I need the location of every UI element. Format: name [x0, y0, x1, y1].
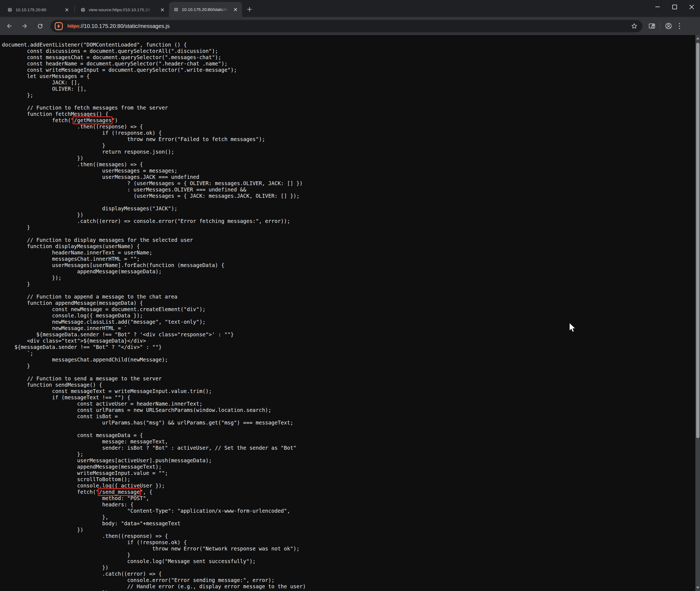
- code-line: // Function to display messages for the …: [2, 237, 692, 243]
- code-line: sender: isBot ? "Bot" : activeUser, // S…: [2, 445, 692, 451]
- code-line: const messagesChat = document.querySelec…: [2, 54, 692, 61]
- scroll-up-arrow[interactable]: [696, 37, 699, 40]
- toolbar-right-cluster: [646, 20, 685, 31]
- code-line: .then((response) => {: [2, 124, 692, 130]
- code-line: }: [2, 142, 692, 149]
- code-line: newMessage.classList.add("message", "tex…: [2, 319, 692, 325]
- code-line: }): [2, 565, 692, 571]
- globe-icon: [7, 7, 13, 13]
- code-line: }): [2, 155, 692, 161]
- tab-view-source[interactable]: view-source:https://10.10.175.20: [76, 3, 169, 17]
- code-line: };: [2, 92, 692, 98]
- code-line: [2, 199, 692, 205]
- back-button[interactable]: [3, 20, 15, 32]
- code-line: }: [2, 281, 692, 287]
- code-line: .catch((error) => console.error("Error f…: [2, 218, 692, 224]
- code-line: }): [2, 212, 692, 218]
- code-line: const activeUser = headerName.innerText;: [2, 401, 692, 407]
- code-line: const newMessage = document.createElemen…: [2, 306, 692, 313]
- insecure-site-badge-icon[interactable]: [54, 21, 64, 31]
- code-line: [2, 98, 692, 105]
- code-line: headerName.innerText = userName;: [2, 250, 692, 256]
- code-line: const isBot =: [2, 413, 692, 419]
- code-line: });: [2, 275, 692, 281]
- vertical-scrollbar[interactable]: [695, 35, 700, 591]
- code-line: document.addEventListener("DOMContentLoa…: [2, 42, 692, 48]
- maximize-icon: [672, 5, 677, 9]
- code-line: fetch("/send_message", {: [2, 489, 692, 495]
- code-block: document.addEventListener("DOMContentLoa…: [0, 35, 700, 591]
- code-line: method: "POST",: [2, 495, 692, 502]
- code-line: messagesChat.appendChild(newMessage);: [2, 356, 692, 363]
- star-icon: [631, 22, 638, 29]
- tab-messages-js-active[interactable]: 10.10.175.20:80/static/messages.js: [169, 2, 242, 17]
- code-line: userMessages[activeUser].push(messageDat…: [2, 457, 692, 464]
- code-line: userMessages = messages;: [2, 168, 692, 174]
- address-bar[interactable]: https://10.10.175.20:80/static/messages.…: [50, 20, 642, 32]
- code-line: console.error("Error sending message:", …: [2, 577, 692, 583]
- close-icon: [689, 4, 694, 10]
- window-close-button[interactable]: [683, 0, 700, 14]
- tab-close-icon[interactable]: [64, 7, 70, 13]
- code-line: : userMessages.OLIVER === undefined &&: [2, 187, 692, 193]
- tab-title: 10.10.175.20:80: [16, 7, 61, 12]
- minimize-icon: [655, 7, 660, 7]
- code-line: writeMessageInput.value = "";: [2, 470, 692, 476]
- code-line: userMessages.JACK === undefined: [2, 174, 692, 180]
- code-line: throw new Error("Failed to fetch message…: [2, 136, 692, 142]
- code-line: function appendMessage(messageData) {: [2, 300, 692, 306]
- window-maximize-button[interactable]: [666, 0, 683, 14]
- code-line: appendMessage(messageText);: [2, 464, 692, 470]
- forward-button[interactable]: [19, 20, 31, 32]
- url-text[interactable]: https://10.10.175.20:80/static/messages.…: [67, 23, 629, 29]
- code-line: if (messageText !== "") {: [2, 394, 692, 401]
- code-line: message: messageText,: [2, 439, 692, 445]
- side-panel-search-button[interactable]: [646, 20, 657, 31]
- tab-close-icon[interactable]: [159, 7, 166, 13]
- code-line: [2, 426, 692, 432]
- tabs-container: 10.10.175.20:80 view-source:https://10.1…: [3, 0, 255, 17]
- tab-strip: 10.10.175.20:80 view-source:https://10.1…: [0, 0, 700, 17]
- scrollbar-thumb[interactable]: [696, 43, 699, 438]
- new-tab-button[interactable]: [244, 4, 255, 14]
- code-line: // Function to append a message to the c…: [2, 293, 692, 300]
- tab-home[interactable]: 10.10.175.20:80: [3, 3, 73, 17]
- code-line: const urlParams = new URLSearchParams(wi…: [2, 407, 692, 413]
- reload-icon: [37, 23, 44, 29]
- code-line: messagesChat.innerHTML = "";: [2, 256, 692, 262]
- code-line: },: [2, 514, 692, 520]
- window-minimize-button[interactable]: [649, 0, 666, 14]
- code-line: [2, 369, 692, 376]
- code-line: <div class="text">${messageData}</div>: [2, 338, 692, 344]
- code-line: }): [2, 590, 692, 591]
- code-line: const messageData = {: [2, 432, 692, 439]
- code-line: throw new Error("Network response was no…: [2, 545, 692, 552]
- profile-icon: [665, 22, 672, 30]
- tab-close-icon[interactable]: [232, 6, 239, 13]
- reload-button[interactable]: [34, 20, 46, 32]
- code-line: return response.json();: [2, 149, 692, 155]
- window-controls: [649, 0, 700, 14]
- tab-title: view-source:https://10.10.175.20: [89, 7, 157, 12]
- code-line: .catch((error) => {: [2, 571, 692, 577]
- code-line: // Handle error (e.g., display error mes…: [2, 583, 692, 590]
- code-line: function fetchMessages() {: [2, 111, 692, 117]
- kebab-menu-icon: [679, 23, 680, 29]
- code-line: ${messageData.sender !== "Bot" ? "</div>…: [2, 344, 692, 350]
- browser-toolbar: https://10.10.175.20:80/static/messages.…: [0, 17, 700, 35]
- code-line: const headerName = document.querySelecto…: [2, 61, 692, 67]
- code-line: const discussions = document.querySelect…: [2, 48, 692, 54]
- code-line: console.log({ activeUser });: [2, 482, 692, 489]
- bookmark-star-button[interactable]: [629, 20, 640, 31]
- url-scheme-struck: https: [67, 23, 79, 29]
- code-line: (userMessages = { JACK: messages.JACK, O…: [2, 193, 692, 199]
- code-line: OLIVER: [],: [2, 86, 692, 92]
- code-line: displayMessages("JACK");: [2, 205, 692, 212]
- menu-button[interactable]: [674, 20, 685, 31]
- profile-button[interactable]: [663, 20, 674, 31]
- scroll-down-arrow[interactable]: [696, 587, 699, 589]
- code-line: ? (userMessages = { OLIVER: messages.OLI…: [2, 180, 692, 187]
- code-line: urlParams.has("msg") && urlParams.get("m…: [2, 419, 692, 426]
- code-line: }: [2, 552, 692, 558]
- code-line: if (!response.ok) {: [2, 539, 692, 545]
